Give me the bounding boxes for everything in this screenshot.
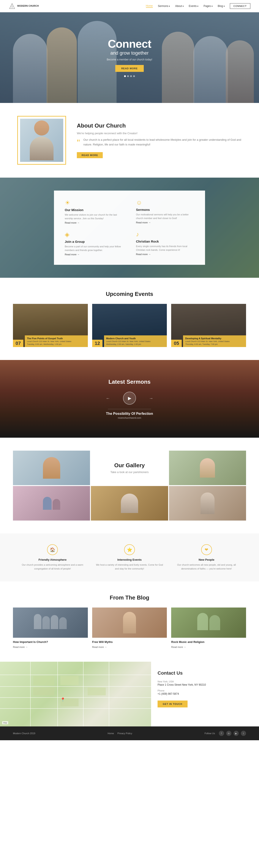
nav-links: Home Sermons About Events Pages Blog CON… [146, 3, 250, 9]
nav-sermons[interactable]: Sermons [158, 4, 170, 7]
service-sermons-link[interactable]: Read more [136, 221, 151, 224]
service-christian-rock-title: Christian Rock [136, 240, 194, 243]
event-3-date: 05 [171, 340, 182, 347]
hero-desc: Become a member of our church today! [107, 58, 152, 61]
event-3-info: Developing A Spiritual Mentality Local C… [183, 335, 246, 347]
hero-content: Connect and grow together Become a membe… [107, 38, 152, 77]
blog-image-3[interactable] [171, 608, 246, 638]
hero-subtitle: and grow together [107, 50, 152, 56]
blog-post-2-title: Free Will Myths [92, 640, 167, 644]
footer-privacy-link[interactable]: Privacy Policy [118, 732, 132, 735]
service-sermons-title: Sermons [136, 208, 194, 212]
gallery-image-3[interactable] [13, 486, 90, 521]
logo[interactable]: MODERN CHURCH [9, 3, 39, 9]
event-2-location: Local Church 223 Main St. New York, Unit… [106, 340, 165, 342]
event-2-info: Modern Church and Youth Local Church 223… [104, 335, 167, 347]
about-image [17, 116, 66, 165]
sermons-sermon-title: The Possibility Of Perfection [0, 412, 259, 416]
blog-image-1[interactable] [13, 608, 88, 638]
services-card: ☀ Our Mission We welcome visitors to joi… [54, 191, 205, 265]
service-sermons-desc: Our motivational sermons will help you b… [136, 213, 194, 220]
hero-dot-2[interactable] [127, 75, 129, 77]
feature-friendly-title: Friendly Atmosphere [17, 558, 88, 561]
hero-dot-4[interactable] [133, 75, 135, 77]
event-2-name: Modern Church and Youth [106, 337, 165, 340]
nav-blog[interactable]: Blog [218, 4, 225, 7]
events-icon: ⭐ [124, 544, 135, 555]
nav-pages[interactable]: Pages [203, 4, 213, 7]
blog-image-2[interactable] [92, 608, 167, 638]
gallery-image-5[interactable] [169, 486, 246, 521]
service-join-group-desc: Become a part of our community and help … [65, 245, 123, 252]
sermons-prev-button[interactable]: ← [106, 396, 110, 401]
about-read-more-button[interactable]: READ MORE [77, 152, 103, 158]
sermons-player: ← ▶ → [0, 392, 259, 405]
events-section: Upcoming Events 07 The Five Points of Go… [0, 278, 259, 360]
facebook-icon[interactable]: f [219, 731, 224, 736]
gallery-grid: Our Gallery Take a look at our parishion… [13, 451, 246, 521]
event-2-date: 12 [92, 340, 102, 347]
blog-post-3-link[interactable]: Read more [171, 646, 186, 648]
map-label: Map [2, 721, 8, 724]
nav-events[interactable]: Events [189, 4, 198, 7]
service-sermons: ☺ Sermons Our motivational sermons will … [136, 199, 194, 224]
gallery-image-2[interactable] [169, 451, 246, 485]
footer: Modern Church 2019 Home Privacy Policy F… [0, 726, 259, 740]
contact-section: 📍 Map Contact Us New York, USA Place 1 C… [0, 662, 259, 726]
hero-dot-3[interactable] [130, 75, 132, 77]
event-card-1[interactable]: 07 The Five Points of Gospel Truth Local… [13, 304, 88, 347]
event-2-time: Wednesday, 2:00 am, Saturday, 1:00 pm [106, 343, 165, 345]
contact-phone-value: +1 (409) 987-5874 [158, 692, 253, 695]
contact-get-in-touch-button[interactable]: GET IN TOUCH [158, 701, 188, 707]
event-1-date: 07 [13, 340, 23, 347]
feature-new-people-desc: Our church welcomes all new people, old … [171, 563, 242, 570]
blog-post-1-title: How Important Is Church? [13, 640, 88, 644]
hero-dots [107, 75, 152, 77]
contact-info: Contact Us New York, USA Place 1 Cross S… [151, 662, 259, 726]
footer-home-link[interactable]: Home [108, 732, 114, 735]
service-mission: ☀ Our Mission We welcome visitors to joi… [65, 199, 123, 224]
service-join-group-title: Join a Group [65, 240, 123, 243]
about-content: About Our Church We're helping people re… [77, 122, 242, 158]
service-join-group: ◈ Join a Group Become a part of our comm… [65, 231, 123, 256]
sermons-section-title: Latest Sermons [0, 378, 259, 385]
hero-read-more-button[interactable]: READ MORE [115, 65, 144, 72]
sermons-sermon-sub: moenchurchword.com [0, 416, 259, 419]
blog-post-1-link[interactable]: Read more [13, 646, 28, 648]
sermons-icon: ☺ [136, 199, 194, 206]
about-section: About Our Church We're helping people re… [0, 103, 259, 178]
event-3-name: Developing A Spiritual Mentality [185, 337, 244, 340]
footer-social: Follow Us f in ▶ t [205, 731, 246, 736]
gallery-image-4[interactable] [91, 486, 168, 521]
feature-events-title: Interesting Events [94, 558, 165, 561]
service-mission-link[interactable]: Read more [65, 221, 79, 224]
blog-post-2-link[interactable]: Read more [92, 646, 107, 648]
contact-phone-label: Phone [158, 689, 253, 692]
blog-grid: How Important Is Church? Read more Free … [13, 608, 246, 649]
nav-home[interactable]: Home [146, 4, 153, 8]
sermons-content: Latest Sermons ← ▶ → The Possibility Of … [0, 378, 259, 419]
sermons-play-button[interactable]: ▶ [123, 392, 136, 405]
service-christian-rock-desc: Every single community has its friends f… [136, 245, 194, 252]
connect-button[interactable]: CONNECT [230, 3, 250, 9]
service-christian-rock: ♪ Christian Rock Every single community … [136, 231, 194, 256]
feature-events-desc: We host a variety of interesting and liv… [94, 563, 165, 570]
hero-title: Connect [107, 38, 152, 50]
gallery-image-1[interactable] [13, 451, 90, 485]
twitter-icon[interactable]: t [241, 731, 246, 736]
service-christian-rock-link[interactable]: Read more [136, 253, 151, 255]
sermons-next-button[interactable]: → [149, 396, 153, 401]
hero-dot-1[interactable] [124, 75, 126, 77]
event-1-name: The Five Points of Gospel Truth [27, 337, 86, 340]
blog-card-3: Rock Music and Religion Read more [171, 608, 246, 649]
event-card-3[interactable]: 05 Developing A Spiritual Mentality Loca… [171, 304, 246, 347]
event-3-location: Local Church 223 Main St. New York, Unit… [185, 340, 244, 342]
nav-about[interactable]: About [175, 4, 184, 7]
youtube-icon[interactable]: ▶ [233, 731, 239, 736]
instagram-icon[interactable]: in [226, 731, 231, 736]
service-join-group-link[interactable]: Read more [65, 253, 79, 256]
service-mission-desc: We welcome visitors to join our church f… [65, 213, 123, 220]
events-section-title: Upcoming Events [13, 291, 246, 298]
join-group-icon: ◈ [65, 231, 123, 238]
event-card-2[interactable]: 12 Modern Church and Youth Local Church … [92, 304, 167, 347]
